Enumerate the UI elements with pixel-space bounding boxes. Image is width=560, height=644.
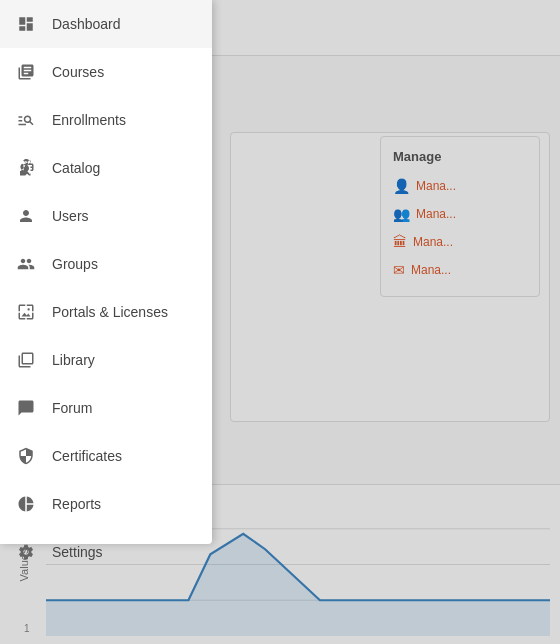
nav-item-dashboard[interactable]: Dashboard <box>0 0 212 48</box>
nav-label-portals: Portals & Licenses <box>52 304 168 320</box>
groups-nav-icon <box>16 255 36 273</box>
nav-label-catalog: Catalog <box>52 160 100 176</box>
nav-label-users: Users <box>52 208 89 224</box>
nav-label-settings: Settings <box>52 544 103 560</box>
dashboard-icon <box>16 15 36 33</box>
forum-icon <box>16 399 36 417</box>
nav-label-enrollments: Enrollments <box>52 112 126 128</box>
nav-label-reports: Reports <box>52 496 101 512</box>
catalog-icon <box>16 159 36 177</box>
nav-item-portals[interactable]: Portals & Licenses <box>0 288 212 336</box>
nav-item-groups[interactable]: Groups <box>0 240 212 288</box>
nav-drawer: Dashboard Courses Enrollments Catalog Us… <box>0 0 212 544</box>
settings-icon <box>16 543 36 561</box>
nav-item-forum[interactable]: Forum <box>0 384 212 432</box>
nav-item-reports[interactable]: Reports <box>0 480 212 528</box>
nav-label-library: Library <box>52 352 95 368</box>
library-nav-icon <box>16 351 36 369</box>
courses-icon <box>16 63 36 81</box>
nav-label-certificates: Certificates <box>52 448 122 464</box>
nav-label-courses: Courses <box>52 64 104 80</box>
enrollments-icon <box>16 111 36 129</box>
portals-icon <box>16 303 36 321</box>
nav-item-enrollments[interactable]: Enrollments <box>0 96 212 144</box>
nav-item-library[interactable]: Library <box>0 336 212 384</box>
nav-label-forum: Forum <box>52 400 92 416</box>
users-icon <box>16 207 36 225</box>
nav-item-certificates[interactable]: Certificates <box>0 432 212 480</box>
certificates-icon <box>16 447 36 465</box>
nav-item-courses[interactable]: Courses <box>0 48 212 96</box>
nav-item-users[interactable]: Users <box>0 192 212 240</box>
nav-label-groups: Groups <box>52 256 98 272</box>
nav-item-catalog[interactable]: Catalog <box>0 144 212 192</box>
nav-item-settings[interactable]: Settings <box>0 528 212 576</box>
reports-icon <box>16 495 36 513</box>
nav-label-dashboard: Dashboard <box>52 16 121 32</box>
